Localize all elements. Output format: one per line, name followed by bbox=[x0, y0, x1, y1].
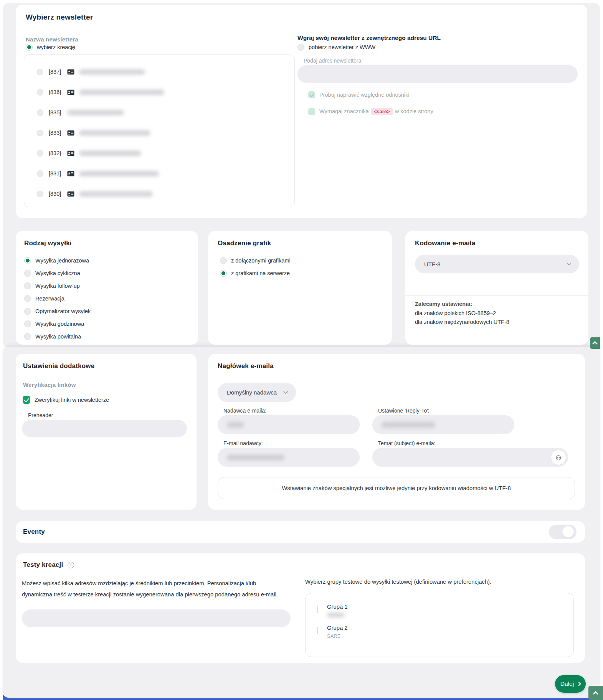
checkbox-label: Zweryfikuj linki w newsletterze bbox=[35, 397, 109, 403]
list-item[interactable]: [830] bbox=[37, 189, 153, 199]
list-item[interactable]: [837] bbox=[37, 67, 145, 77]
radio-label: Wysyłka cykliczna bbox=[35, 270, 80, 276]
newsletter-id: [831] bbox=[49, 170, 67, 177]
test-groups-label: Wybierz grupy testowe do wysyłki testowe… bbox=[305, 579, 491, 585]
group-checkbox[interactable] bbox=[317, 606, 318, 613]
sender-email-input[interactable] bbox=[218, 448, 360, 467]
idcard-icon bbox=[67, 171, 74, 177]
sender-selected-value: Domyślny nadawca bbox=[227, 389, 277, 396]
radio-send-type-3[interactable]: Rezerwacja bbox=[24, 295, 64, 302]
group-name: Grupa 1 bbox=[327, 604, 347, 610]
reply-to-input[interactable] bbox=[372, 415, 514, 434]
scroll-to-top-button[interactable] bbox=[590, 337, 600, 349]
newsletter-name-label: Nazwa newslettera bbox=[26, 36, 78, 43]
smiley-icon: ☺ bbox=[554, 453, 562, 462]
checkbox-fix-relative-links[interactable]: Próbuj naprawić względne odnośniki bbox=[308, 91, 410, 98]
radio-send-type-6[interactable]: Wysyłka powitalna bbox=[24, 333, 81, 340]
radio-graphics-on-server[interactable]: z grafikami na serwerze bbox=[220, 270, 290, 277]
sender-name-label: Nadawca e-maila: bbox=[223, 408, 266, 414]
checkbox-label: Próbuj naprawić względne odnośniki bbox=[319, 92, 410, 98]
blurred-value bbox=[382, 422, 435, 428]
list-item[interactable]: [835] bbox=[37, 107, 124, 117]
group-checkbox[interactable] bbox=[317, 627, 318, 634]
checkbox-checked-icon bbox=[23, 396, 30, 404]
radio-fetch-from-www[interactable]: pobierz newsletter z WWW bbox=[297, 44, 375, 51]
radio-label: Optymalizator wysyłek bbox=[35, 308, 91, 314]
checkbox-require-sare-tag[interactable]: Wymagaj znacznika<sare>w kodzie strony bbox=[308, 108, 433, 115]
radio-label: Wysyłka follow-up bbox=[35, 283, 80, 289]
radio-icon bbox=[37, 150, 43, 157]
checkbox-icon bbox=[317, 606, 318, 613]
chevron-right-icon bbox=[577, 682, 581, 686]
subject-input[interactable] bbox=[372, 448, 568, 467]
checkbox-icon bbox=[317, 627, 318, 634]
radio-selected-icon bbox=[26, 44, 33, 51]
scroll-to-top-button-bottom[interactable] bbox=[588, 686, 603, 700]
checkbox-verify-links[interactable]: Zweryfikuj linki w newsletterze bbox=[23, 396, 109, 404]
blurred-value bbox=[227, 454, 284, 461]
sender-name-input[interactable] bbox=[218, 415, 360, 434]
blurred-newsletter-name bbox=[79, 69, 145, 75]
radio-graphics-attached[interactable]: z dołączonymi grafikami bbox=[220, 257, 291, 264]
list-item[interactable]: [832] bbox=[37, 148, 141, 158]
card-title: Osadzenie grafik bbox=[218, 239, 271, 247]
next-button-label: Dalej bbox=[560, 680, 574, 687]
radio-label: z grafikami na serwerze bbox=[231, 270, 290, 276]
radio-icon bbox=[37, 69, 43, 75]
newsletter-list: [837] [836] [835] [833] [832] bbox=[24, 54, 295, 207]
list-item[interactable]: [833] bbox=[37, 128, 150, 138]
emoji-picker-button[interactable]: ☺ bbox=[551, 450, 566, 465]
chevron-up-icon bbox=[593, 691, 598, 696]
sender-select[interactable]: Domyślny nadawca bbox=[218, 383, 296, 402]
card-send-type: Rodzaj wysyłki Wysyłka jednorazowa Wysył… bbox=[16, 231, 198, 345]
chevron-up-icon bbox=[592, 341, 598, 347]
card-title: Rodzaj wysyłki bbox=[24, 239, 72, 247]
chevron-down-icon bbox=[283, 389, 288, 394]
external-url-title: Wgraj swój newsletter z zewnętrznego adr… bbox=[297, 35, 441, 41]
next-button[interactable]: Dalej bbox=[555, 675, 586, 693]
link-verification-subtitle: Weryfikacja linków bbox=[23, 381, 76, 388]
info-icon[interactable]: i bbox=[68, 562, 74, 568]
list-item[interactable]: [831] bbox=[37, 168, 159, 178]
radio-choose-creation[interactable]: wybierz kreację bbox=[26, 44, 75, 51]
reply-to-label: Ustawione 'Reply-To': bbox=[378, 408, 430, 414]
radio-selected-icon bbox=[24, 257, 31, 264]
radio-icon bbox=[297, 44, 304, 51]
encoding-hint-line2: dla znaków międzynarodowych UTF-8 bbox=[415, 319, 509, 325]
newsletter-id: [837] bbox=[49, 69, 67, 75]
radio-send-type-4[interactable]: Optymalizator wysyłek bbox=[24, 308, 91, 315]
idcard-icon bbox=[67, 191, 74, 197]
newsletter-address-label: Podaj adres newslettera: bbox=[304, 58, 363, 64]
card-title: Testy kreacji bbox=[23, 561, 63, 569]
radio-send-type-2[interactable]: Wysyłka follow-up bbox=[24, 282, 80, 289]
card-additional-settings: Ustawienia dodatkowe Weryfikacja linków … bbox=[16, 354, 197, 510]
encoding-select[interactable]: UTF-8 bbox=[415, 255, 579, 273]
radio-icon bbox=[37, 170, 43, 177]
events-toggle[interactable] bbox=[549, 525, 577, 539]
newsletter-setup-page: { "newsletter": { "title": "Wybierz news… bbox=[0, 0, 603, 700]
radio-send-type-1[interactable]: Wysyłka cykliczna bbox=[24, 270, 80, 277]
encoding-hint-line1: dla znaków polskich ISO-8859–2 bbox=[415, 310, 496, 316]
radio-icon bbox=[37, 109, 43, 116]
test-addresses-input[interactable] bbox=[22, 609, 291, 627]
idcard-icon bbox=[67, 69, 74, 75]
radio-send-type-5[interactable]: Wysyłka godzinowa bbox=[24, 320, 84, 327]
card-title: Ustawienia dodatkowe bbox=[23, 362, 94, 370]
newsletter-address-input[interactable] bbox=[297, 65, 578, 83]
radio-icon bbox=[37, 191, 43, 197]
newsletter-id: [830] bbox=[49, 191, 67, 197]
radio-send-type-0[interactable]: Wysyłka jednorazowa bbox=[24, 257, 89, 264]
idcard-icon bbox=[67, 89, 74, 95]
chevron-down-icon bbox=[567, 261, 572, 266]
group-subtitle: SARE bbox=[327, 633, 340, 639]
checkbox-checked-icon bbox=[308, 91, 315, 98]
newsletter-id: [833] bbox=[49, 130, 67, 136]
toggle-knob bbox=[562, 526, 574, 538]
preheader-input[interactable] bbox=[22, 420, 187, 437]
blurred-newsletter-name bbox=[79, 171, 159, 177]
newsletter-id: [836] bbox=[49, 89, 67, 95]
card-title: Wybierz newsletter bbox=[26, 13, 93, 21]
radio-label: z dołączonymi grafikami bbox=[231, 258, 291, 264]
list-item[interactable]: [836] bbox=[37, 87, 164, 97]
newsletter-id: [835] bbox=[49, 109, 67, 116]
